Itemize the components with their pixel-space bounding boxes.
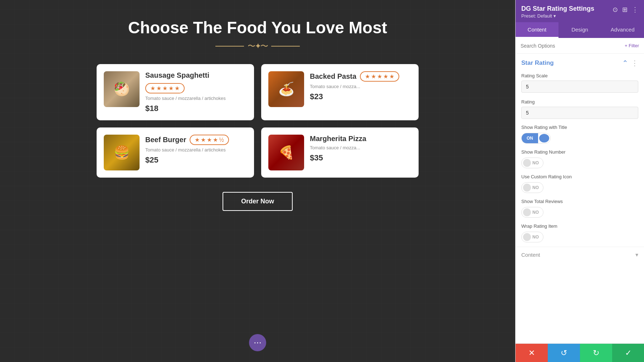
food-name-row-pasta: Backed Pasta ★ ★ ★ ★ ★	[310, 71, 411, 82]
toggle-reviews-knob	[523, 208, 531, 216]
food-name-row-burger: Beef Burger ★ ★ ★ ★ ½	[145, 135, 247, 145]
food-price-pizza: $35	[310, 153, 411, 163]
food-name-pizza: Margherita Pizza	[310, 135, 366, 143]
panel-body: Star Rating ⌃ ⋮ Rating Scale Rating Show…	[516, 54, 644, 362]
food-price-pasta: $23	[310, 92, 411, 101]
panel-header: DG Star Rating Settings Preset: Default …	[516, 0, 644, 22]
panel-footer: ✕ ↺ ↻ ✓	[516, 343, 644, 362]
rating-label: Rating	[521, 99, 638, 105]
food-name-burger: Beef Burger	[145, 136, 186, 144]
focus-icon[interactable]: ⊙	[613, 6, 618, 14]
food-card-pizza: 🍕 Margherita Pizza Tomato sauce / mozza.…	[261, 127, 419, 178]
food-image-pasta: 🍝	[268, 71, 304, 107]
search-input[interactable]	[521, 43, 625, 49]
food-image-sausage: 🥙	[104, 71, 140, 107]
toggle-on-label: ON	[522, 133, 538, 143]
food-desc-pizza: Tomato sauce / mozza...	[310, 145, 411, 150]
fab-button[interactable]: ⋯	[249, 334, 266, 351]
show-rating-number-toggle[interactable]: NO	[521, 158, 543, 168]
cancel-button[interactable]: ✕	[516, 344, 548, 362]
tab-content[interactable]: Content	[516, 22, 558, 38]
section-actions: ⌃ ⋮	[622, 59, 638, 67]
more-icon[interactable]: ⋮	[632, 6, 638, 14]
confirm-button[interactable]: ✓	[612, 344, 644, 362]
content-section-label: Content	[521, 252, 540, 258]
reset-button[interactable]: ↺	[548, 344, 580, 362]
content-section-arrow: ▾	[635, 251, 638, 258]
preview-title: Choose The Food You Love Most	[128, 18, 387, 37]
food-name-pasta: Backed Pasta	[310, 72, 356, 81]
star-rating-section-header: Star Rating ⌃ ⋮	[516, 54, 644, 71]
use-custom-icon-toggle[interactable]: NO	[521, 182, 543, 193]
show-total-reviews-toggle[interactable]: NO	[521, 207, 543, 218]
food-name-row-sausage: Sausage Spaghetti ★ ★ ★ ★ ★	[145, 71, 247, 93]
rating-field: Rating	[516, 97, 644, 123]
panel-tabs: Content Design Advanced	[516, 22, 644, 38]
toggle-no-knob	[523, 159, 531, 167]
rating-scale-field: Rating Scale	[516, 71, 644, 97]
food-name-sausage: Sausage Spaghetti	[145, 71, 209, 79]
food-desc-burger: Tomato sauce / mozzarella / artichokes	[145, 147, 247, 153]
use-custom-icon-row: Use Custom Rating Icon NO	[516, 173, 644, 197]
refresh-button[interactable]: ↻	[580, 344, 612, 362]
star-badge-burger: ★ ★ ★ ★ ½	[190, 135, 229, 145]
show-total-reviews-label: Show Total Reviews	[521, 199, 638, 204]
food-info-burger: Beef Burger ★ ★ ★ ★ ½ Tomato sauce / moz…	[145, 135, 247, 165]
star-badge-sausage: ★ ★ ★ ★ ★	[145, 83, 185, 93]
food-price-sausage: $18	[145, 104, 247, 113]
rating-scale-input[interactable]	[521, 81, 638, 93]
divider-line-left	[215, 46, 244, 47]
toggle-wrap-knob	[523, 233, 531, 241]
food-info-pizza: Margherita Pizza Tomato sauce / mozza...…	[310, 135, 411, 163]
preview-area: Choose The Food You Love Most 〜✦〜 🥙 Saus…	[0, 0, 515, 362]
show-rating-number-label: Show Rating Number	[521, 149, 638, 155]
food-name-row-pizza: Margherita Pizza	[310, 135, 411, 143]
settings-panel: DG Star Rating Settings Preset: Default …	[515, 0, 644, 362]
wrap-rating-row: Wrap Rating Item NO	[516, 222, 644, 247]
content-section-collapsed[interactable]: Content ▾	[516, 247, 644, 262]
show-rating-number-row: Show Rating Number NO	[516, 148, 644, 173]
food-card-sausage: 🥙 Sausage Spaghetti ★ ★ ★ ★ ★ Tomato sau…	[97, 64, 254, 120]
use-custom-icon-label: Use Custom Rating Icon	[521, 174, 638, 179]
star-badge-pasta: ★ ★ ★ ★ ★	[360, 71, 399, 82]
tab-advanced[interactable]: Advanced	[601, 22, 644, 38]
show-total-reviews-row: Show Total Reviews NO	[516, 197, 644, 222]
rating-scale-label: Rating Scale	[521, 73, 638, 78]
wrap-rating-toggle[interactable]: NO	[521, 232, 543, 242]
food-info-pasta: Backed Pasta ★ ★ ★ ★ ★ Tomato sauce / mo…	[310, 71, 411, 101]
food-card-burger: 🍔 Beef Burger ★ ★ ★ ★ ½ Tomato sauce / m…	[97, 127, 254, 178]
rating-input[interactable]	[521, 107, 638, 119]
tab-design[interactable]: Design	[558, 22, 601, 38]
show-rating-title-row: Show Rating with Title ON	[516, 123, 644, 148]
panel-title: DG Star Rating Settings	[521, 5, 594, 13]
panel-search: + Filter	[516, 38, 644, 54]
preview-divider: 〜✦〜	[215, 41, 300, 52]
divider-line-right	[271, 46, 300, 47]
divider-ornament: 〜✦〜	[248, 41, 268, 52]
show-rating-title-toggle[interactable]: ON	[521, 133, 551, 144]
wrap-rating-label: Wrap Rating Item	[521, 223, 638, 229]
toggle-knob	[539, 134, 549, 143]
layout-icon[interactable]: ⊞	[622, 6, 628, 14]
toggle-no-label: NO	[532, 160, 543, 165]
filter-button[interactable]: + Filter	[625, 43, 639, 48]
food-card-pasta: 🍝 Backed Pasta ★ ★ ★ ★ ★ Tomato sauce / …	[261, 64, 419, 120]
food-grid: 🥙 Sausage Spaghetti ★ ★ ★ ★ ★ Tomato sau…	[97, 64, 419, 178]
order-now-button[interactable]: Order Now	[223, 192, 293, 211]
star-rating-title: Star Rating	[521, 59, 554, 67]
food-image-pizza: 🍕	[268, 135, 304, 170]
order-button-wrap: Order Now	[223, 192, 293, 211]
toggle-reviews-label: NO	[532, 210, 543, 215]
food-price-burger: $25	[145, 155, 247, 165]
toggle-wrap-label: NO	[532, 235, 543, 240]
panel-preset[interactable]: Preset: Default ▾	[521, 13, 594, 19]
food-info-sausage: Sausage Spaghetti ★ ★ ★ ★ ★ Tomato sauce…	[145, 71, 247, 113]
section-more-icon[interactable]: ⋮	[631, 59, 638, 67]
food-desc-pasta: Tomato sauce / mozza...	[310, 84, 411, 89]
food-desc-sausage: Tomato sauce / mozzarella / artichokes	[145, 96, 247, 101]
toggle-custom-knob	[523, 184, 531, 192]
toggle-custom-label: NO	[532, 185, 543, 190]
show-rating-title-label: Show Rating with Title	[521, 125, 638, 130]
panel-header-text: DG Star Rating Settings Preset: Default …	[521, 5, 594, 19]
section-collapse-icon[interactable]: ⌃	[622, 59, 628, 67]
